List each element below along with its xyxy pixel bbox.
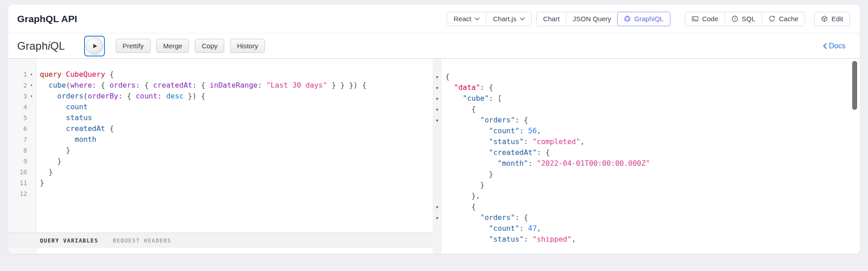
execute-query-button[interactable] — [84, 36, 105, 56]
code-line: "month": "2022-04-01T00:00:00.000Z" — [445, 158, 848, 169]
code-line: "orders": { — [445, 212, 848, 223]
library-select[interactable]: Chart.js — [486, 12, 531, 26]
secondary-editor-bar: QUERY VARIABLES REQUEST HEADERS — [8, 233, 433, 248]
tab-graphiql-label: GraphiQL — [634, 15, 664, 23]
tab-query-variables[interactable]: QUERY VARIABLES — [40, 235, 98, 246]
code-button-label: Code — [702, 15, 718, 23]
editor-area: 1▾2▾3▾456789101112 query CubeQuery { cub… — [8, 59, 860, 254]
graphiql-logo: GraphiQL — [17, 40, 71, 52]
cache-button-label: Cache — [779, 15, 798, 23]
fold-arrow-icon[interactable]: ▾ — [27, 69, 36, 80]
refresh-icon — [769, 15, 775, 22]
terminal-icon — [692, 15, 698, 22]
query-line-gutter: 1▾2▾3▾456789101112 — [8, 59, 36, 254]
code-line: "cube": [ — [445, 93, 848, 104]
page-title: GraphQL API — [17, 14, 77, 24]
response-viewer: { "data": { "cube": [ { "orders": { "cou… — [442, 59, 860, 254]
code-line: { — [445, 71, 848, 82]
graphql-logo-icon — [624, 15, 631, 22]
query-code[interactable]: query CubeQuery { cube(where: { orders: … — [40, 69, 428, 199]
framework-select[interactable]: React — [447, 12, 486, 26]
edit-button-group: Edit — [814, 12, 850, 26]
history-button[interactable]: History — [230, 39, 265, 53]
docs-link-label: Docs — [829, 42, 845, 50]
execute-circle — [86, 37, 103, 55]
code-line: } — [40, 156, 428, 167]
code-line: month — [40, 134, 428, 145]
merge-button[interactable]: Merge — [156, 39, 189, 53]
fold-arrow-icon[interactable]: ▾ — [433, 215, 442, 220]
sql-button[interactable]: ? SQL — [725, 12, 762, 26]
response-fold-gutter: ▾▾▾▾▾▾▾ — [433, 59, 442, 254]
line-number: 4 — [8, 102, 27, 112]
code-line: } — [40, 167, 428, 178]
edit-button[interactable]: Edit — [815, 12, 849, 26]
line-number: 5 — [8, 112, 27, 123]
chevron-down-icon — [475, 17, 480, 21]
code-line: "status": "completed", — [445, 136, 848, 147]
code-line: } — [445, 180, 848, 191]
fold-arrow-icon[interactable]: ▾ — [27, 80, 36, 91]
library-select-value: Chart.js — [493, 15, 516, 23]
code-line: query CubeQuery { — [40, 69, 428, 80]
fold-arrow-icon[interactable]: ▾ — [433, 118, 442, 123]
code-line: { — [445, 104, 848, 115]
fold-arrow-icon[interactable]: ▾ — [433, 85, 442, 90]
edit-button-label: Edit — [831, 15, 843, 23]
line-number: 7 — [8, 134, 27, 145]
code-line — [40, 188, 428, 199]
query-editor[interactable]: 1▾2▾3▾456789101112 query CubeQuery { cub… — [8, 59, 433, 254]
cache-button[interactable]: Cache — [762, 12, 805, 26]
line-number: 11 — [8, 178, 27, 188]
view-tabs-group: Chart JSON Query GraphiQL — [536, 12, 670, 26]
code-line: createdAt { — [40, 123, 428, 134]
code-line: status — [40, 112, 428, 123]
tab-json-query[interactable]: JSON Query — [566, 12, 618, 26]
cube-icon — [821, 15, 828, 22]
line-number: 12 — [8, 188, 27, 199]
docs-link[interactable]: Docs — [823, 42, 845, 50]
code-line: "data": { — [445, 82, 848, 93]
line-number: 9 — [8, 156, 27, 167]
code-line: cube(where: { orders: { createdAt: { inD… — [40, 80, 428, 91]
code-line: } — [445, 169, 848, 180]
code-button[interactable]: Code — [685, 12, 725, 26]
line-number: 8 — [8, 145, 27, 156]
line-number: 2 — [8, 80, 27, 91]
header: GraphQL API React Chart.js Chart — [8, 5, 860, 33]
fold-arrow-icon[interactable]: ▾ — [433, 96, 442, 101]
fold-arrow-icon[interactable]: ▾ — [433, 107, 442, 112]
code-line: "count": 47, — [445, 223, 848, 234]
code-line: "createdAt": { — [445, 147, 848, 158]
framework-select-value: React — [453, 15, 471, 23]
tab-request-headers[interactable]: REQUEST HEADERS — [113, 235, 171, 246]
code-line: } — [40, 178, 428, 188]
code-line: { — [445, 201, 848, 212]
code-line: "status": "shipped", — [445, 234, 848, 245]
action-buttons-group: Code ? SQL Cache — [685, 12, 805, 26]
code-line: "orders": { — [445, 115, 848, 126]
prettify-button[interactable]: Prettify — [116, 39, 151, 53]
code-line: }, — [445, 191, 848, 201]
tab-chart[interactable]: Chart — [537, 12, 566, 26]
line-number: 6 — [8, 123, 27, 134]
response-scrollbar-thumb[interactable] — [852, 61, 857, 110]
response-json: { "data": { "cube": [ { "orders": { "cou… — [445, 71, 848, 245]
graphiql-toolbar: GraphiQL Prettify Merge Copy History Doc… — [8, 33, 860, 59]
play-icon — [90, 42, 99, 50]
playground-card: GraphQL API React Chart.js Chart — [8, 5, 860, 254]
code-line: } — [40, 145, 428, 156]
code-line: "count": 56, — [445, 126, 848, 136]
code-line: count — [40, 102, 428, 112]
framework-library-select-group: React Chart.js — [447, 12, 532, 26]
copy-button[interactable]: Copy — [195, 39, 224, 53]
sql-button-label: SQL — [742, 15, 755, 23]
chevron-down-icon — [520, 17, 525, 21]
fold-arrow-icon[interactable]: ▾ — [433, 75, 442, 79]
line-number: 1 — [8, 69, 27, 80]
tab-graphiql[interactable]: GraphiQL — [617, 12, 670, 26]
fold-arrow-icon[interactable]: ▾ — [27, 91, 36, 102]
toolbar-buttons: Prettify Merge Copy History — [116, 39, 265, 53]
fold-arrow-icon[interactable]: ▾ — [433, 205, 442, 210]
header-controls: React Chart.js Chart JSON Query — [447, 12, 850, 26]
